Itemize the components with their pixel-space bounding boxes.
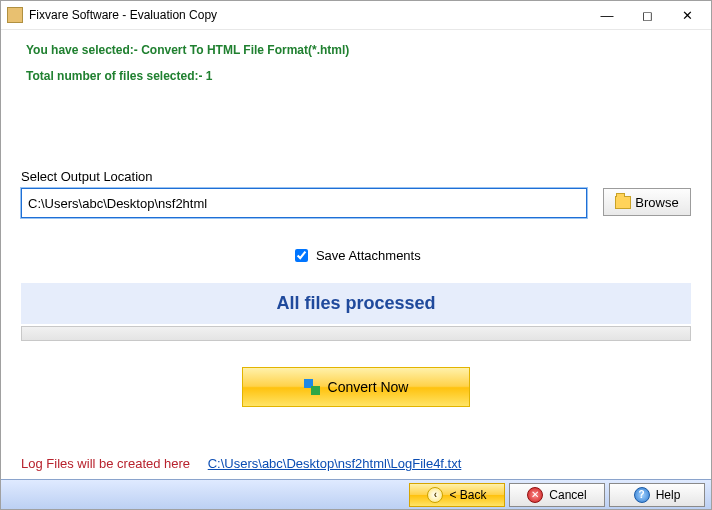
- client-area: You have selected:- Convert To HTML File…: [1, 29, 711, 509]
- cancel-icon: ✕: [527, 487, 543, 503]
- footer-bar: ‹ < Back ✕ Cancel ? Help: [1, 479, 711, 509]
- save-attachments-label: Save Attachments: [316, 248, 421, 263]
- progress-bar: [21, 326, 691, 341]
- help-button[interactable]: ? Help: [609, 483, 705, 507]
- titlebar: Fixvare Software - Evaluation Copy — ◻ ✕: [1, 1, 711, 30]
- back-button[interactable]: ‹ < Back: [409, 483, 505, 507]
- folder-icon: [615, 196, 631, 209]
- maximize-button[interactable]: ◻: [627, 1, 667, 29]
- convert-label: Convert Now: [328, 379, 409, 395]
- minimize-button[interactable]: —: [587, 1, 627, 29]
- save-attachments-label-wrap[interactable]: Save Attachments: [291, 248, 420, 263]
- output-path-row: Browse: [21, 188, 691, 218]
- status-message: All files processed: [21, 283, 691, 324]
- log-path-link[interactable]: C:\Users\abc\Desktop\nsf2html\LogFile4f.…: [208, 456, 462, 471]
- log-label: Log Files will be created here: [21, 456, 190, 471]
- browse-button[interactable]: Browse: [603, 188, 691, 216]
- window-title: Fixvare Software - Evaluation Copy: [29, 8, 587, 22]
- log-row: Log Files will be created here C:\Users\…: [21, 456, 461, 471]
- convert-icon: [304, 379, 320, 395]
- selected-format-text: You have selected:- Convert To HTML File…: [26, 43, 711, 57]
- app-icon: [7, 7, 23, 23]
- back-label: < Back: [449, 488, 486, 502]
- save-attachments-checkbox[interactable]: [295, 249, 308, 262]
- convert-now-button[interactable]: Convert Now: [242, 367, 470, 407]
- save-attachments-row: Save Attachments: [1, 246, 711, 265]
- help-icon: ?: [634, 487, 650, 503]
- cancel-button[interactable]: ✕ Cancel: [509, 483, 605, 507]
- window-controls: — ◻ ✕: [587, 1, 707, 29]
- back-icon: ‹: [427, 487, 443, 503]
- convert-row: Convert Now: [1, 367, 711, 407]
- close-button[interactable]: ✕: [667, 1, 707, 29]
- app-window: Fixvare Software - Evaluation Copy — ◻ ✕…: [0, 0, 712, 510]
- cancel-label: Cancel: [549, 488, 586, 502]
- browse-label: Browse: [635, 195, 678, 210]
- output-location-label: Select Output Location: [21, 169, 711, 184]
- file-count-text: Total number of files selected:- 1: [26, 69, 711, 83]
- help-label: Help: [656, 488, 681, 502]
- output-path-input[interactable]: [21, 188, 587, 218]
